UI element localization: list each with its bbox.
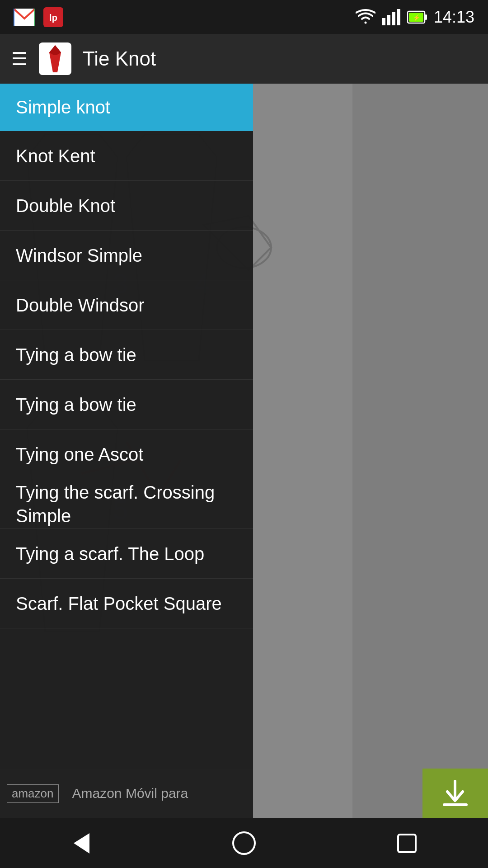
app-icon — [39, 42, 71, 75]
drawer-item-ascot[interactable]: Tying one Ascot — [0, 429, 253, 479]
toolbar: ☰ Tie Knot — [0, 34, 488, 84]
svg-point-22 — [233, 832, 255, 854]
ad-text: Amazon Móvil para — [63, 786, 188, 801]
signal-icon — [382, 9, 400, 25]
status-bar: lp ⚡ 14:13 — [0, 0, 488, 34]
drawer-item-double-knot[interactable]: Double Knot — [0, 181, 253, 231]
back-icon — [69, 831, 94, 856]
drawer-item-double-windsor[interactable]: Double Windsor — [0, 280, 253, 330]
svg-rect-7 — [392, 12, 395, 25]
amazon-label: amazon — [7, 784, 59, 803]
status-bar-right: ⚡ 14:13 — [356, 8, 474, 27]
nav-bar — [0, 818, 488, 868]
svg-rect-10 — [425, 14, 427, 20]
back-button[interactable] — [63, 830, 99, 857]
status-bar-left: lp — [14, 7, 63, 27]
status-time: 14:13 — [434, 8, 474, 27]
tie-app-icon — [43, 44, 68, 74]
lastpass-icon: lp — [43, 7, 63, 27]
svg-text:⚡: ⚡ — [412, 14, 420, 22]
download-button[interactable] — [422, 769, 488, 818]
ad-bar: amazon Amazon Móvil para — [0, 769, 253, 818]
ad-content: amazon Amazon Móvil para — [0, 784, 188, 803]
svg-rect-5 — [382, 18, 385, 25]
svg-rect-8 — [397, 9, 400, 25]
toolbar-title: Tie Knot — [83, 47, 156, 70]
wifi-icon — [356, 9, 375, 25]
svg-rect-6 — [387, 15, 390, 25]
recent-icon — [394, 831, 419, 856]
drawer-item-scarf-crossing[interactable]: Tying the scarf. Crossing Simple — [0, 479, 253, 529]
download-icon — [441, 779, 470, 808]
drawer-item-simple-knot[interactable]: Simple knot — [0, 84, 253, 131]
home-icon — [232, 831, 257, 856]
svg-text:lp: lp — [49, 13, 57, 23]
home-button[interactable] — [226, 830, 262, 857]
gmail-icon — [14, 9, 35, 26]
main-content: 3 4 5 — [0, 84, 488, 818]
battery-icon: ⚡ — [407, 9, 427, 25]
recent-button[interactable] — [389, 830, 425, 857]
drawer-item-pocket-square[interactable]: Scarf. Flat Pocket Square — [0, 579, 253, 628]
svg-marker-21 — [74, 833, 89, 854]
drawer-item-scarf-loop[interactable]: Tying a scarf. The Loop — [0, 529, 253, 579]
drawer-item-bow-tie-2[interactable]: Tying a bow tie — [0, 380, 253, 429]
drawer-item-windsor-simple[interactable]: Windsor Simple — [0, 231, 253, 280]
svg-rect-23 — [398, 835, 416, 852]
drawer-item-knot-kent[interactable]: Knot Kent — [0, 131, 253, 181]
drawer-item-bow-tie-1[interactable]: Tying a bow tie — [0, 330, 253, 380]
drawer-menu: Simple knot Knot Kent Double Knot Windso… — [0, 84, 253, 818]
menu-icon[interactable]: ☰ — [11, 48, 28, 69]
